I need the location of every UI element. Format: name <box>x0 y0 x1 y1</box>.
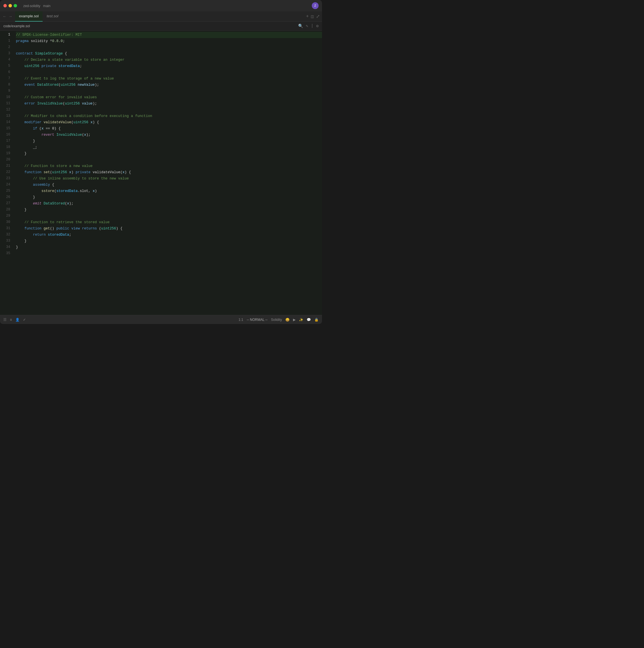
branch-name: main <box>43 4 51 8</box>
tabbar: ← → example.sol test.sol + ◫ ⤢ <box>0 11 322 21</box>
forward-arrow[interactable]: → <box>8 14 12 19</box>
token-w <box>16 63 24 69</box>
token-w <box>42 119 44 125</box>
token-op: ( <box>65 201 67 206</box>
code-content[interactable]: // SPDX-License-Identifier: MITpragma so… <box>14 31 322 315</box>
tab-test-sol[interactable]: test.sol <box>43 11 62 21</box>
code-line: return storedData; <box>16 232 322 238</box>
maximize-button[interactable] <box>14 4 17 7</box>
token-revert: revert <box>42 132 54 138</box>
breadcrumb-toolbar[interactable]: 🔍 ✎ | ⚙ <box>298 23 319 29</box>
token-param: x <box>122 169 125 175</box>
token-w: solidity <box>29 38 50 44</box>
line-number: 2 <box>0 44 14 51</box>
ai-icon[interactable]: ✨ <box>299 318 303 322</box>
token-op: ) <box>116 226 118 231</box>
token-fn2: slot <box>80 188 88 194</box>
terminal-icon[interactable]: ▶ <box>293 318 296 322</box>
code-line: } <box>16 151 322 157</box>
nav-arrows[interactable]: ← → <box>2 14 13 19</box>
token-w: { <box>50 182 54 188</box>
token-w <box>16 132 42 138</box>
editor-mode: -- NORMAL -- <box>247 318 268 322</box>
token-stored: storedData <box>56 188 78 194</box>
token-w <box>16 119 24 125</box>
line-number: 3 <box>0 51 14 57</box>
line-number: 34 <box>0 244 14 251</box>
token-w <box>16 163 24 169</box>
check-icon[interactable]: ✓ <box>23 318 26 322</box>
token-type: uint256 <box>61 82 76 88</box>
token-w <box>16 219 24 225</box>
add-tab-icon[interactable]: + <box>306 14 309 19</box>
token-w <box>16 145 33 150</box>
code-line: // SPDX-License-Identifier: MIT <box>16 32 322 38</box>
token-w: } <box>16 207 27 213</box>
token-w <box>73 169 76 175</box>
tabbar-actions[interactable]: + ◫ ⤢ <box>306 14 320 19</box>
line-number: 20 <box>0 157 14 163</box>
settings-icon[interactable]: ⚙ <box>316 23 319 29</box>
code-line: } <box>16 207 322 213</box>
line-number: 30 <box>0 219 14 225</box>
token-w: ( <box>37 126 42 131</box>
line-number: 33 <box>0 238 14 244</box>
token-param: newValue <box>78 82 95 88</box>
avatar[interactable]: Z <box>312 2 319 9</box>
fullscreen-icon[interactable]: ⤢ <box>316 14 320 19</box>
statusbar-left[interactable]: ☷ ≡ 👤 ✓ <box>3 318 26 322</box>
token-w <box>54 132 56 138</box>
collaboration-icon[interactable]: 👤 <box>15 318 19 322</box>
token-w <box>16 57 24 63</box>
code-editor[interactable]: 1123456789101112131415161718192021222324… <box>0 31 322 315</box>
chat-icon[interactable]: 💬 <box>307 318 311 322</box>
code-line: } <box>16 138 322 144</box>
token-keyword: view <box>71 226 80 231</box>
back-arrow[interactable]: ← <box>2 14 7 19</box>
token-param: x <box>42 126 44 131</box>
token-fn: get <box>44 226 50 231</box>
traffic-lights[interactable] <box>3 4 17 7</box>
line-number: 17 <box>0 138 14 144</box>
code-line: // Function to retrieve the stored value <box>16 219 322 225</box>
cursor-icon[interactable]: | <box>311 23 313 29</box>
edit-icon[interactable]: ✎ <box>306 23 308 29</box>
code-line: modifier validateValue(uint256 x) { <box>16 119 322 125</box>
lock-icon[interactable]: 🔒 <box>314 318 319 322</box>
token-op: ); <box>95 82 99 88</box>
token-type: uint256 <box>24 63 40 69</box>
token-w <box>75 82 78 88</box>
code-line: sstore(storedData.slot, x) <box>16 188 322 194</box>
panel-toggle-icon[interactable]: ☷ <box>3 318 6 322</box>
token-w <box>42 201 44 206</box>
token-comment: // Event to log the storage of a new val… <box>24 76 114 82</box>
token-w <box>16 201 33 206</box>
outline-icon[interactable]: ≡ <box>10 318 12 322</box>
language-mode[interactable]: Solidity <box>271 318 282 322</box>
search-icon[interactable]: 🔍 <box>298 23 303 29</box>
token-assembly: assembly <box>33 182 50 188</box>
tab-example-sol[interactable]: example.sol <box>15 11 43 21</box>
token-w <box>54 226 56 231</box>
token-w <box>16 76 24 82</box>
token-w <box>35 101 38 106</box>
token-param: x <box>69 169 71 175</box>
emoji-icon[interactable]: 😀 <box>285 318 289 322</box>
minimize-button[interactable] <box>8 4 12 7</box>
token-op: ); <box>69 201 73 206</box>
token-classname: DataStored <box>37 82 58 88</box>
close-button[interactable] <box>3 4 7 7</box>
token-op: ) { <box>125 169 131 175</box>
tab-label-example: example.sol <box>19 14 39 18</box>
split-view-icon[interactable]: ◫ <box>311 14 314 19</box>
token-classname: SimpleStorage <box>35 51 63 56</box>
token-w <box>16 232 33 238</box>
line-number: 11 <box>0 101 14 107</box>
code-line: // Function to store a new value <box>16 163 322 169</box>
token-keyword: modifier <box>24 119 42 125</box>
line-number: 21 <box>0 163 14 169</box>
token-param: x <box>93 188 95 194</box>
token-op: _; <box>33 145 37 150</box>
token-w: { <box>118 226 122 231</box>
token-fn: validateValue <box>44 119 71 125</box>
